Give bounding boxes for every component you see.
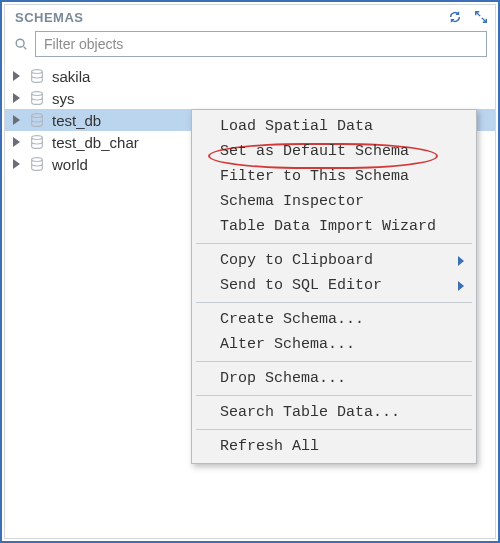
- menu-item-drop-schema[interactable]: Drop Schema...: [194, 366, 474, 391]
- menu-item-label: Refresh All: [220, 438, 319, 455]
- menu-item-label: Schema Inspector: [220, 193, 364, 210]
- schema-label: test_db_char: [52, 134, 139, 151]
- menu-item-label: Create Schema...: [220, 311, 364, 328]
- expand-icon[interactable]: [473, 9, 489, 25]
- menu-item-schema-inspector[interactable]: Schema Inspector: [194, 189, 474, 214]
- menu-separator: [196, 361, 472, 362]
- disclosure-triangle-icon[interactable]: [13, 71, 20, 81]
- menu-item-label: Filter to This Schema: [220, 168, 409, 185]
- menu-item-label: Load Spatial Data: [220, 118, 373, 135]
- menu-item-search-table-data[interactable]: Search Table Data...: [194, 400, 474, 425]
- menu-item-label: Set as Default Schema: [220, 143, 409, 160]
- schema-label: test_db: [52, 112, 101, 129]
- schema-label: sys: [52, 90, 75, 107]
- menu-item-label: Drop Schema...: [220, 370, 346, 387]
- svg-point-3: [32, 114, 43, 118]
- refresh-icon[interactable]: [447, 9, 463, 25]
- menu-item-label: Table Data Import Wizard: [220, 218, 436, 235]
- filter-objects-input[interactable]: [35, 31, 487, 57]
- menu-separator: [196, 395, 472, 396]
- database-icon: [28, 133, 46, 151]
- svg-point-2: [32, 92, 43, 96]
- panel-header: SCHEMAS: [5, 5, 495, 27]
- menu-separator: [196, 243, 472, 244]
- menu-item-alter-schema[interactable]: Alter Schema...: [194, 332, 474, 357]
- schemas-panel: SCHEMAS: [0, 0, 500, 543]
- database-icon: [28, 67, 46, 85]
- database-icon: [28, 111, 46, 129]
- database-icon: [28, 155, 46, 173]
- schema-tree-item[interactable]: sys: [5, 87, 495, 109]
- menu-item-label: Copy to Clipboard: [220, 252, 373, 269]
- search-row: [5, 27, 495, 63]
- menu-item-load-spatial-data[interactable]: Load Spatial Data: [194, 114, 474, 139]
- panel-title: SCHEMAS: [15, 10, 447, 25]
- menu-item-table-data-import[interactable]: Table Data Import Wizard: [194, 214, 474, 239]
- search-icon: [13, 36, 29, 52]
- disclosure-triangle-icon[interactable]: [13, 115, 20, 125]
- schema-tree-item[interactable]: sakila: [5, 65, 495, 87]
- menu-item-create-schema[interactable]: Create Schema...: [194, 307, 474, 332]
- menu-item-copy-to-clipboard[interactable]: Copy to Clipboard: [194, 248, 474, 273]
- menu-item-label: Alter Schema...: [220, 336, 355, 353]
- menu-item-label: Send to SQL Editor: [220, 277, 382, 294]
- panel-header-icons: [447, 9, 489, 25]
- svg-point-4: [32, 136, 43, 140]
- schema-label: world: [52, 156, 88, 173]
- svg-point-5: [32, 158, 43, 162]
- svg-point-1: [32, 70, 43, 74]
- menu-separator: [196, 302, 472, 303]
- menu-item-send-to-sql-editor[interactable]: Send to SQL Editor: [194, 273, 474, 298]
- menu-item-label: Search Table Data...: [220, 404, 400, 421]
- schemas-panel-inner: SCHEMAS: [4, 4, 496, 539]
- menu-item-refresh-all[interactable]: Refresh All: [194, 434, 474, 459]
- disclosure-triangle-icon[interactable]: [13, 137, 20, 147]
- schema-context-menu: Load Spatial Data Set as Default Schema …: [191, 109, 477, 464]
- svg-point-0: [16, 39, 24, 47]
- database-icon: [28, 89, 46, 107]
- menu-item-filter-to-schema[interactable]: Filter to This Schema: [194, 164, 474, 189]
- menu-separator: [196, 429, 472, 430]
- disclosure-triangle-icon[interactable]: [13, 159, 20, 169]
- disclosure-triangle-icon[interactable]: [13, 93, 20, 103]
- schema-label: sakila: [52, 68, 90, 85]
- menu-item-set-default-schema[interactable]: Set as Default Schema: [194, 139, 474, 164]
